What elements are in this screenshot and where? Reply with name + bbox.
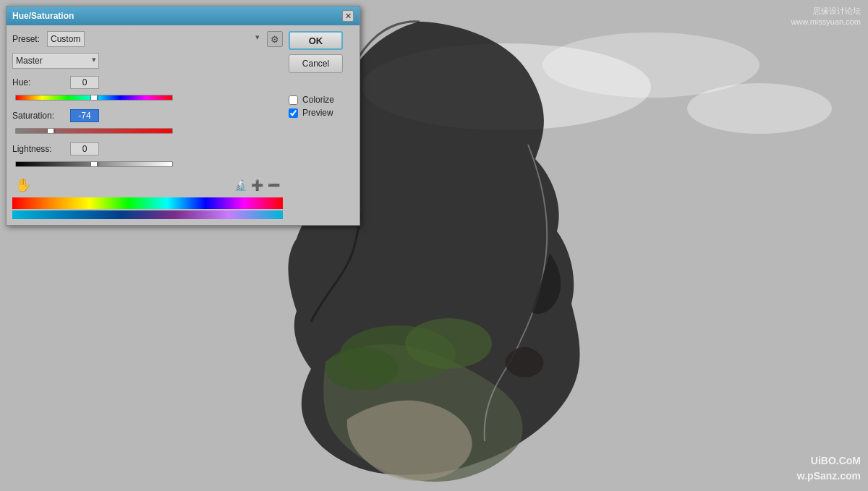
saturation-label-row: Saturation:: [12, 109, 283, 122]
lightness-label: Lightness:: [12, 144, 70, 154]
eyedropper-subtract-button[interactable]: ➖: [268, 179, 280, 191]
hue-label: Hue:: [12, 77, 70, 87]
lightness-thumb[interactable]: [90, 161, 98, 167]
dialog-title: Hue/Saturation: [12, 11, 74, 21]
ok-button[interactable]: OK: [289, 31, 343, 50]
preset-row: Preset: Custom ⚙: [12, 31, 283, 47]
colorize-row: Colorize: [289, 95, 354, 105]
gear-button[interactable]: ⚙: [267, 31, 283, 47]
channel-select-wrapper: Master Reds Yellows Greens Cyans Blues M…: [12, 53, 99, 69]
lightness-slider-group: Lightness:: [12, 142, 283, 171]
hue-value-input[interactable]: [70, 76, 99, 89]
preview-row: Preview: [289, 108, 354, 118]
preset-label: Preset:: [12, 34, 43, 44]
hue-track-container: [15, 90, 283, 105]
hand-tool-button[interactable]: ✋: [15, 177, 31, 193]
colorize-checkbox[interactable]: [289, 95, 298, 105]
preset-select[interactable]: Custom: [47, 31, 85, 47]
dialog-titlebar: Hue/Saturation ✕: [7, 7, 359, 25]
lightness-track[interactable]: [15, 161, 173, 167]
eyedropper-add-button[interactable]: ➕: [251, 179, 263, 191]
close-button[interactable]: ✕: [342, 10, 354, 22]
saturation-track[interactable]: [15, 128, 173, 134]
eyedropper-tools: 🔬 ➕ ➖: [234, 179, 280, 191]
hue-thumb[interactable]: [90, 95, 98, 101]
right-panel: OK Cancel Colorize Preview: [289, 31, 354, 219]
hue-slider-group: Hue:: [12, 76, 283, 105]
lightness-label-row: Lightness:: [12, 142, 283, 155]
hue-label-row: Hue:: [12, 76, 283, 89]
channel-row: Master Reds Yellows Greens Cyans Blues M…: [12, 53, 283, 69]
lightness-value-input[interactable]: [70, 142, 99, 155]
hue-saturation-dialog: Hue/Saturation ✕ Preset: Custom ⚙ Mast: [6, 6, 360, 226]
svg-point-5: [405, 318, 492, 369]
channel-select[interactable]: Master Reds Yellows Greens Cyans Blues M…: [12, 53, 99, 69]
left-panel: Preset: Custom ⚙ Master Reds Yellows Gre…: [12, 31, 283, 219]
hue-track[interactable]: [15, 95, 173, 101]
saturation-thumb[interactable]: [47, 128, 54, 134]
saturation-track-container: [15, 124, 283, 138]
saturation-value-input[interactable]: [70, 109, 99, 122]
spectrum-bar-top: [12, 197, 283, 209]
svg-point-6: [326, 347, 398, 390]
lightness-track-container: [15, 157, 283, 171]
preset-select-wrapper: Custom: [47, 31, 263, 47]
preview-label[interactable]: Preview: [302, 108, 333, 118]
dialog-body: Preset: Custom ⚙ Master Reds Yellows Gre…: [7, 25, 359, 225]
cancel-button[interactable]: Cancel: [289, 54, 343, 73]
colorize-label[interactable]: Colorize: [302, 95, 334, 105]
svg-point-3: [687, 83, 832, 134]
spectrum-bar-bottom: [12, 210, 283, 219]
watermark-bottom-right: UiBO.CoM w.pSanz.com: [797, 453, 861, 484]
saturation-slider-group: Saturation:: [12, 109, 283, 138]
options-area: Colorize Preview: [289, 92, 354, 118]
preview-checkbox[interactable]: [289, 108, 298, 118]
saturation-label: Saturation:: [12, 111, 70, 121]
watermark-top-right: 思缘设计论坛 www.missyuan.com: [791, 6, 861, 28]
eyedropper-button[interactable]: 🔬: [234, 179, 247, 191]
tools-row: ✋ 🔬 ➕ ➖: [12, 177, 283, 193]
